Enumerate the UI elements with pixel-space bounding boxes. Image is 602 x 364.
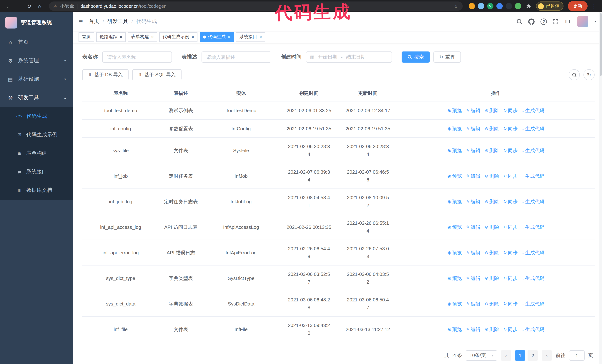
page-button-1[interactable]: 1 — [515, 350, 525, 361]
action-edit[interactable]: ✎编辑 — [466, 125, 480, 133]
action-edit[interactable]: ✎编辑 — [466, 223, 480, 231]
action-generate[interactable]: ↓生成代码 — [522, 107, 544, 114]
action-edit[interactable]: ✎编辑 — [466, 172, 480, 180]
action-sync[interactable]: ↻同步 — [504, 107, 517, 114]
table-name-input[interactable] — [102, 52, 172, 62]
extension-icon-green-v[interactable]: V — [487, 3, 494, 9]
action-preview[interactable]: ◉预览 — [448, 198, 462, 206]
action-sync[interactable]: ↻同步 — [504, 125, 517, 133]
action-preview[interactable]: ◉预览 — [448, 223, 462, 231]
action-edit[interactable]: ✎编辑 — [466, 249, 480, 257]
browser-menu-icon[interactable]: ⋮ — [590, 3, 598, 10]
action-edit[interactable]: ✎编辑 — [466, 300, 480, 308]
help-icon[interactable]: ? — [541, 18, 547, 25]
bookmark-star-icon[interactable]: ☆ — [454, 3, 458, 9]
action-edit[interactable]: ✎编辑 — [466, 147, 480, 154]
close-icon[interactable]: × — [259, 34, 262, 40]
tab-3[interactable]: 代码生成示例× — [159, 32, 197, 42]
breadcrumb-item[interactable]: 研发工具 — [107, 18, 128, 25]
extension-icon-lightblue[interactable] — [478, 3, 484, 9]
action-edit[interactable]: ✎编辑 — [466, 274, 480, 282]
action-generate[interactable]: ↓生成代码 — [522, 274, 544, 282]
action-preview[interactable]: ◉预览 — [448, 147, 462, 154]
tab-4[interactable]: 代码生成× — [200, 32, 234, 42]
browser-reload-icon[interactable]: ↻ — [24, 1, 34, 11]
action-generate[interactable]: ↓生成代码 — [522, 172, 544, 180]
browser-profile-chip[interactable]: 已暂停 — [536, 1, 563, 11]
close-icon[interactable]: × — [192, 34, 194, 40]
close-icon[interactable]: × — [120, 34, 122, 40]
refresh-button[interactable]: ↻ — [583, 69, 595, 80]
scrollbar-thumb[interactable] — [600, 13, 602, 76]
action-sync[interactable]: ↻同步 — [504, 274, 517, 282]
action-sync[interactable]: ↻同步 — [504, 147, 517, 154]
action-delete[interactable]: ⊘删除 — [485, 300, 499, 308]
action-generate[interactable]: ↓生成代码 — [522, 325, 544, 333]
sidebar-subitem-db-doc[interactable]: ▥数据库文档 — [0, 181, 73, 200]
sidebar-item-home[interactable]: ⌂首页 — [0, 33, 73, 52]
user-avatar[interactable] — [577, 16, 589, 27]
action-generate[interactable]: ↓生成代码 — [522, 300, 544, 308]
page-size-select[interactable]: 10条/页 ▾ — [466, 350, 497, 361]
sidebar-subitem-form-builder[interactable]: ▦表单构建 — [0, 144, 73, 163]
search-icon[interactable] — [516, 19, 523, 24]
extension-icon-leaf[interactable] — [515, 3, 521, 9]
sidebar-subitem-codegen[interactable]: </>代码生成 — [0, 107, 73, 125]
close-icon[interactable]: × — [151, 34, 154, 40]
action-delete[interactable]: ⊘删除 — [485, 223, 499, 231]
tab-2[interactable]: 表单构建× — [128, 32, 157, 42]
action-sync[interactable]: ↻同步 — [504, 249, 517, 257]
action-delete[interactable]: ⊘删除 — [485, 107, 499, 114]
table-desc-input[interactable] — [202, 52, 271, 62]
action-preview[interactable]: ◉预览 — [448, 300, 462, 308]
action-edit[interactable]: ✎编辑 — [466, 107, 480, 114]
action-generate[interactable]: ↓生成代码 — [522, 223, 544, 231]
action-sync[interactable]: ↻同步 — [504, 325, 517, 333]
action-delete[interactable]: ⊘删除 — [485, 274, 499, 282]
action-sync[interactable]: ↻同步 — [504, 223, 517, 231]
tab-0[interactable]: 首页 — [78, 32, 94, 42]
sidebar-item-system-management[interactable]: ⚙系统管理▾ — [0, 52, 73, 70]
browser-back-icon[interactable]: ← — [4, 1, 13, 11]
import-sql-button[interactable]: ⇧ 基于 SQL 导入 — [132, 69, 182, 80]
action-delete[interactable]: ⊘删除 — [485, 147, 499, 154]
font-size-icon[interactable]: TT — [564, 19, 571, 24]
prev-page-button[interactable]: ‹ — [501, 350, 511, 361]
scrollbar[interactable] — [599, 12, 602, 364]
extensions-puzzle-icon[interactable] — [526, 3, 531, 9]
action-delete[interactable]: ⊘删除 — [485, 172, 499, 180]
browser-update-button[interactable]: 更新 — [568, 1, 588, 11]
browser-forward-icon[interactable]: → — [14, 1, 24, 11]
extension-icon-orange[interactable] — [469, 3, 475, 9]
action-edit[interactable]: ✎编辑 — [466, 198, 480, 206]
app-logo[interactable]: 芋道管理系统 — [0, 12, 73, 33]
goto-page-input[interactable] — [569, 350, 585, 361]
toggle-search-button[interactable] — [569, 69, 580, 80]
fullscreen-icon[interactable] — [553, 19, 559, 24]
action-preview[interactable]: ◉预览 — [448, 125, 462, 133]
action-sync[interactable]: ↻同步 — [504, 198, 517, 206]
action-delete[interactable]: ⊘删除 — [485, 198, 499, 206]
action-generate[interactable]: ↓生成代码 — [522, 249, 544, 257]
import-db-button[interactable]: ⇧ 基于 DB 导入 — [82, 69, 129, 80]
action-delete[interactable]: ⊘删除 — [485, 249, 499, 257]
sidebar-subitem-codegen-example[interactable]: ☑代码生成示例 — [0, 125, 73, 144]
action-edit[interactable]: ✎编辑 — [466, 325, 480, 333]
browser-home-icon[interactable]: ⌂ — [35, 1, 44, 11]
action-preview[interactable]: ◉预览 — [448, 172, 462, 180]
sidebar-item-infrastructure[interactable]: ▤基础设施▾ — [0, 70, 73, 89]
caret-down-icon[interactable]: ▾ — [594, 20, 596, 23]
action-preview[interactable]: ◉预览 — [448, 325, 462, 333]
page-button-2[interactable]: 2 — [527, 350, 538, 361]
reset-button[interactable]: ↻ 重置 — [433, 52, 461, 62]
action-preview[interactable]: ◉预览 — [448, 249, 462, 257]
action-generate[interactable]: ↓生成代码 — [522, 125, 544, 133]
action-delete[interactable]: ⊘删除 — [485, 325, 499, 333]
action-delete[interactable]: ⊘删除 — [485, 125, 499, 133]
breadcrumb-item[interactable]: 首页 — [89, 18, 99, 25]
action-preview[interactable]: ◉预览 — [448, 107, 462, 114]
search-button[interactable]: 搜索 — [402, 52, 430, 62]
sidebar-subitem-system-api[interactable]: ⇄系统接口 — [0, 163, 73, 181]
tab-1[interactable]: 链路追踪× — [96, 32, 126, 42]
action-sync[interactable]: ↻同步 — [504, 300, 517, 308]
